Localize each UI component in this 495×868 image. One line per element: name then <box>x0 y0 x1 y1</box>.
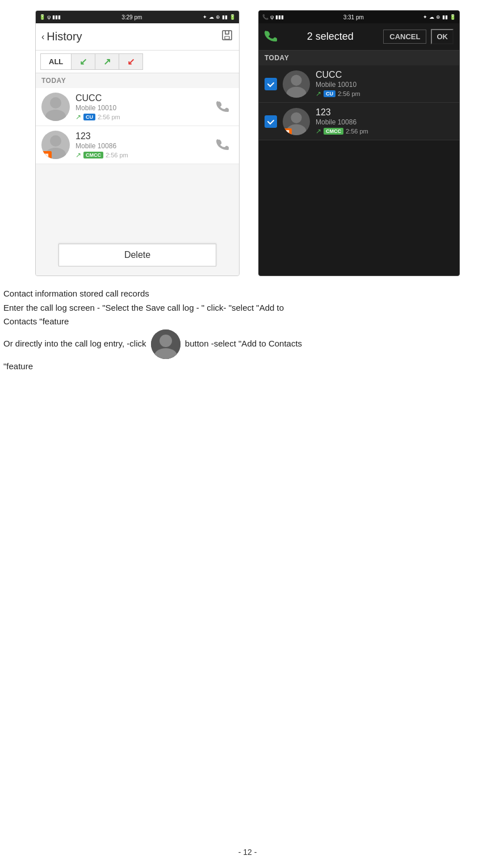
tab-incoming[interactable]: ↙ <box>72 53 95 70</box>
svg-point-11 <box>160 335 172 347</box>
checkbox-cucc[interactable] <box>265 78 277 90</box>
svg-point-8 <box>291 112 301 123</box>
right-123-info: 123 Mobile 10086 ↗ CMCC 2:56 pm <box>316 107 454 135</box>
svg-point-2 <box>50 97 61 108</box>
left-empty-area <box>36 164 239 244</box>
battery-icon: 🔋 <box>39 14 45 20</box>
sim-badge-dark-icon: ▦ <box>286 130 290 134</box>
desc-line-4-text: Or directly into the call log entry, -cl… <box>3 338 146 348</box>
delete-area: Delete <box>36 244 239 276</box>
right-empty-area <box>259 140 459 254</box>
right-cucc-info: CUCC Mobile 10010 ↗ CU 2:56 pm <box>316 70 454 98</box>
desc-line-4-suffix: button -select "Add to Contacts <box>185 338 302 348</box>
svg-rect-0 <box>223 31 232 40</box>
cucc-avatar <box>41 93 70 121</box>
cucc-name: CUCC <box>75 93 206 103</box>
r-network-icon: ▮▮ <box>442 14 448 20</box>
call-phone-icon-1[interactable] <box>212 97 233 117</box>
left-status-right-icons: ✦ ☁ ⊕ ▮▮ 🔋 <box>203 14 236 20</box>
desc-line-4: Or directly into the call log entry, -cl… <box>3 329 492 359</box>
left-header: ‹ History <box>36 23 239 51</box>
screenshots-row: 🔋 ψ ▮▮▮ 3:29 pm ✦ ☁ ⊕ ▮▮ 🔋 ‹ History <box>0 0 495 276</box>
left-today-label: TODAY <box>36 73 239 88</box>
right-call-item-cucc[interactable]: CUCC Mobile 10010 ↗ CU 2:56 pm <box>259 65 459 103</box>
r-bars-icon: ▮▮▮ <box>275 14 284 20</box>
left-phone-screenshot: 🔋 ψ ▮▮▮ 3:29 pm ✦ ☁ ⊕ ▮▮ 🔋 ‹ History <box>35 10 240 276</box>
phone-call-icon <box>265 29 277 44</box>
cancel-button[interactable]: CANCEL <box>383 30 426 44</box>
save-icon[interactable] <box>221 29 233 44</box>
123-time: 2:56 pm <box>106 152 128 158</box>
desc-line-5: "feature <box>3 360 492 373</box>
left-time: 3:29 pm <box>121 14 142 20</box>
right-today-label: TODAY <box>259 51 459 65</box>
desc-line-1: Contact information stored call records <box>3 287 492 301</box>
left-call-item-cucc[interactable]: CUCC Mobile 10010 ↗ CU 2:56 pm <box>36 88 239 126</box>
header-title: History <box>47 30 82 43</box>
cucc-number: Mobile 10010 <box>75 104 206 112</box>
right-123-name: 123 <box>316 107 454 118</box>
right-123-direction: ↗ <box>316 127 321 135</box>
svg-point-4 <box>50 135 61 147</box>
r-data-icon: ⊕ <box>436 14 441 20</box>
desc-line-2: Enter the call log screen - "Select the … <box>3 302 492 315</box>
123-carrier-badge: CMCC <box>83 152 103 158</box>
cucc-time: 2:56 pm <box>98 114 120 120</box>
right-cucc-meta: ↗ CU 2:56 pm <box>316 90 454 98</box>
ok-button[interactable]: OK <box>431 29 454 44</box>
123-avatar: ▦ <box>41 131 70 159</box>
left-status-left-icons: 🔋 ψ ▮▮▮ <box>39 14 61 20</box>
right-header: 2 selected CANCEL OK <box>259 23 459 51</box>
data-icon: ⊕ <box>216 14 220 20</box>
right-time: 3:31 pm <box>343 14 364 20</box>
cucc-direction: ↗ <box>75 113 81 121</box>
r-battery-icon: 🔋 <box>450 14 456 20</box>
chevron-left-icon: ‹ <box>41 32 44 42</box>
network-bars-icon: ▮▮ <box>222 14 228 20</box>
desc-line-3: Contacts "feature <box>3 315 492 328</box>
back-button[interactable]: ‹ History <box>41 30 82 43</box>
cucc-call-info: CUCC Mobile 10010 ↗ CU 2:56 pm <box>75 93 206 121</box>
svg-rect-1 <box>225 36 229 39</box>
right-call-item-123[interactable]: ▦ 123 Mobile 10086 ↗ CMCC 2:56 pm <box>259 103 459 140</box>
tab-missed[interactable]: ↙ <box>119 53 143 70</box>
right-123-time: 2:56 pm <box>346 128 368 135</box>
right-cucc-number: Mobile 10010 <box>316 81 454 89</box>
right-status-bar: 📞 ψ ▮▮▮ 3:31 pm ✦ ☁ ⊕ ▮▮ 🔋 <box>259 11 459 23</box>
sim-badge-icon: ▦ <box>44 153 49 158</box>
svg-point-7 <box>287 86 307 97</box>
inline-avatar-icon <box>151 329 181 359</box>
123-call-info: 123 Mobile 10086 ↗ CMCC 2:56 pm <box>75 131 206 159</box>
right-cucc-avatar <box>283 70 310 98</box>
bt-icon: ✦ <box>203 14 207 20</box>
signal-bars-icon: ▮▮▮ <box>52 14 61 20</box>
right-status-left-icons: 📞 ψ ▮▮▮ <box>262 14 284 20</box>
selected-count: 2 selected <box>307 31 354 43</box>
cucc-carrier-badge: CU <box>83 114 95 120</box>
tab-outgoing[interactable]: ↗ <box>95 53 119 70</box>
filter-tabs: ALL ↙ ↗ ↙ <box>36 51 239 73</box>
svg-point-3 <box>45 110 66 121</box>
right-123-number: Mobile 10086 <box>316 118 454 126</box>
r-wifi-icon: ☁ <box>429 14 434 20</box>
right-cucc-direction: ↗ <box>316 90 321 98</box>
checkbox-123[interactable] <box>265 115 277 128</box>
123-name: 123 <box>75 131 206 141</box>
delete-button[interactable]: Delete <box>58 244 216 266</box>
header-actions: CANCEL OK <box>383 29 454 44</box>
sim-badge-dark: ▦ <box>283 128 292 135</box>
phone-status-icon: 📞 <box>262 14 269 20</box>
r-bt-icon: ✦ <box>423 14 427 20</box>
right-cucc-carrier: CU <box>324 90 335 97</box>
right-phone-screenshot: 📞 ψ ▮▮▮ 3:31 pm ✦ ☁ ⊕ ▮▮ 🔋 <box>258 10 460 276</box>
left-status-bar: 🔋 ψ ▮▮▮ 3:29 pm ✦ ☁ ⊕ ▮▮ 🔋 <box>36 11 239 23</box>
signal-icon: ψ <box>47 14 51 20</box>
left-call-item-123[interactable]: ▦ 123 Mobile 10086 ↗ CMCC 2:56 pm <box>36 126 239 164</box>
description-area: Contact information stored call records … <box>0 276 495 373</box>
tab-all[interactable]: ALL <box>40 53 72 70</box>
right-123-meta: ↗ CMCC 2:56 pm <box>316 127 454 135</box>
right-123-avatar: ▦ <box>283 108 310 135</box>
right-status-right-icons: ✦ ☁ ⊕ ▮▮ 🔋 <box>423 14 456 20</box>
call-phone-icon-2[interactable] <box>212 135 233 155</box>
123-direction: ↗ <box>75 151 81 159</box>
